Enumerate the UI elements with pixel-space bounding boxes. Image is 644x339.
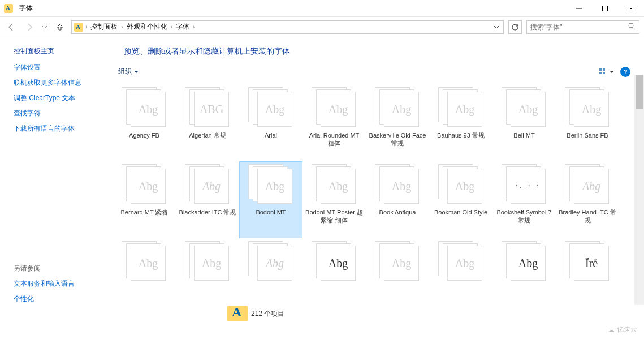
vertical-scrollbar[interactable] [634, 75, 644, 305]
sidebar-link-cleartype[interactable]: 调整 ClearType 文本 [14, 93, 110, 103]
toolbar: 组织 ? [110, 61, 644, 82]
font-thumbnail: Abg [502, 87, 547, 128]
font-label: Algerian 常规 [189, 131, 226, 139]
font-label: Bell MT [513, 131, 534, 139]
font-item[interactable]: AbgBauhaus 93 常规 [429, 84, 492, 161]
status-icon: A [224, 306, 251, 321]
font-label: Arial [265, 131, 277, 139]
font-thumbnail: ∙. ∙ ∙ [502, 164, 547, 205]
sidebar-link-personalization[interactable]: 个性化 [14, 294, 110, 304]
search-icon[interactable] [628, 23, 636, 32]
search-box[interactable] [526, 20, 639, 34]
breadcrumb-dropdown[interactable] [492, 23, 501, 31]
font-thumbnail: Abg [565, 87, 610, 128]
breadcrumb[interactable]: A › 控制面板 › 外观和个性化 › 字体 › [71, 20, 504, 34]
up-button[interactable] [53, 20, 67, 34]
status-bar: A 212 个项目 [221, 305, 644, 322]
font-item[interactable]: AbgArial Rounded MT 粗体 [302, 84, 366, 161]
address-bar: A › 控制面板 › 外观和个性化 › 字体 › [0, 17, 644, 37]
font-label: Blackadder ITC 常规 [179, 208, 236, 216]
font-item[interactable]: AbgBell MT [492, 84, 556, 161]
font-thumbnail: Abg [122, 241, 167, 282]
font-item[interactable]: Abg [366, 238, 429, 312]
sidebar-link-find-char[interactable]: 查找字符 [14, 109, 110, 118]
font-item[interactable]: AbgBlackadder ITC 常规 [176, 161, 239, 238]
font-item[interactable]: AbgBook Antiqua [366, 161, 429, 238]
window-icon: A [0, 4, 17, 13]
font-thumbnail: Abg [312, 87, 357, 128]
font-thumbnail: Abg [248, 164, 293, 205]
sidebar-link-text-services[interactable]: 文本服务和输入语言 [14, 279, 110, 289]
font-thumbnail: Abg [185, 164, 230, 205]
font-item[interactable]: AbgArial [239, 84, 302, 161]
font-item[interactable]: AbgBodoni MT Poster 超紧缩 细体 [302, 161, 366, 238]
recent-dropdown[interactable] [41, 20, 49, 34]
font-label: Bradley Hand ITC 常规 [559, 208, 616, 225]
chevron-down-icon [134, 70, 139, 74]
sidebar-title[interactable]: 控制面板主页 [14, 46, 110, 56]
font-item[interactable]: Ïrĕ [556, 238, 619, 312]
font-thumbnail: Abg [312, 164, 357, 205]
chevron-right-icon[interactable]: › [193, 24, 195, 30]
font-item[interactable]: Abg [239, 238, 302, 312]
font-thumbnail: Abg [438, 87, 483, 128]
watermark: ☁ 亿速云 [604, 324, 641, 336]
font-item[interactable]: Abg [176, 238, 239, 312]
font-label: Bodoni MT Poster 超紧缩 细体 [305, 208, 363, 225]
close-button[interactable] [618, 0, 644, 17]
sidebar-link-online-fonts[interactable]: 联机获取更多字体信息 [14, 78, 110, 88]
font-item[interactable]: Abg [492, 238, 556, 312]
breadcrumb-item[interactable]: 控制面板 [89, 22, 119, 32]
font-thumbnail: Abg [248, 241, 293, 282]
font-thumbnail: Abg [375, 164, 420, 205]
font-thumbnail: Abg [438, 241, 483, 282]
minimize-button[interactable] [566, 0, 592, 17]
sidebar-link-font-settings[interactable]: 字体设置 [14, 63, 110, 72]
svg-rect-1 [603, 6, 608, 11]
cloud-icon: ☁ [608, 326, 615, 334]
font-item[interactable]: Abg [113, 238, 176, 312]
font-thumbnail: Abg [312, 241, 357, 282]
organize-button[interactable]: 组织 [114, 65, 143, 79]
font-item[interactable]: AbgAgency FB [113, 84, 176, 161]
chevron-right-icon[interactable]: › [85, 24, 87, 30]
font-label: Bookman Old Style [434, 208, 487, 216]
font-item[interactable]: Abg [302, 238, 366, 312]
breadcrumb-item[interactable]: 字体 [175, 22, 191, 32]
sidebar-link-download-all[interactable]: 下载所有语言的字体 [14, 124, 110, 134]
refresh-button[interactable] [508, 20, 522, 34]
scroll-thumb[interactable] [636, 75, 643, 109]
forward-button[interactable] [23, 20, 36, 34]
svg-rect-9 [603, 72, 605, 74]
font-thumbnail: Abg [375, 241, 420, 282]
back-button[interactable] [5, 20, 18, 34]
window-title: 字体 [17, 3, 566, 13]
font-item[interactable]: AbgBookman Old Style [429, 161, 492, 238]
font-grid-scroll[interactable]: AbgAgency FBABGAlgerian 常规AbgArialAbgAri… [110, 82, 644, 312]
breadcrumb-icon: A [74, 23, 83, 32]
font-item[interactable]: AbgBaskerville Old Face 常规 [366, 84, 429, 161]
font-item[interactable]: AbgBerlin Sans FB [556, 84, 619, 161]
font-label: Book Antiqua [379, 208, 416, 216]
font-item[interactable]: AbgBradley Hand ITC 常规 [556, 161, 619, 238]
font-item[interactable]: ∙. ∙ ∙Bookshelf Symbol 7 常规 [492, 161, 556, 238]
search-input[interactable] [530, 23, 628, 31]
font-thumbnail: Abg [375, 87, 420, 128]
font-item[interactable]: Abg [429, 238, 492, 312]
font-label: Bauhaus 93 常规 [437, 131, 485, 139]
maximize-button[interactable] [592, 0, 618, 17]
breadcrumb-item[interactable]: 外观和个性化 [126, 22, 168, 32]
view-icon [599, 68, 608, 75]
window-controls [566, 0, 644, 17]
font-item[interactable]: AbgBernard MT 紧缩 [113, 161, 176, 238]
chevron-right-icon[interactable]: › [171, 24, 172, 30]
chevron-right-icon[interactable]: › [121, 24, 123, 30]
font-item[interactable]: AbgBodoni MT [239, 161, 302, 238]
font-item[interactable]: ABGAlgerian 常规 [176, 84, 239, 161]
font-thumbnail: Abg [185, 241, 230, 282]
page-title: 预览、删除或者显示和隐藏计算机上安装的字体 [124, 46, 630, 57]
font-label: Bookshelf Symbol 7 常规 [495, 208, 553, 225]
help-button[interactable]: ? [620, 67, 630, 77]
view-mode-button[interactable] [597, 67, 617, 77]
see-also-title: 另请参阅 [14, 264, 110, 273]
